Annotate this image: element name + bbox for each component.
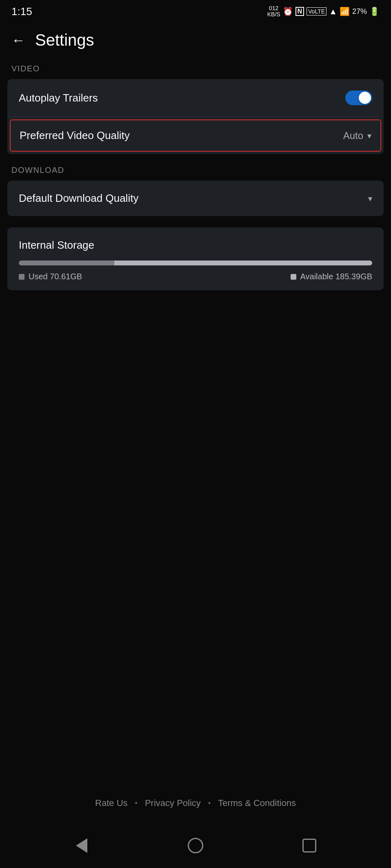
footer-separator-2: • [208,799,211,808]
status-bar: 1:15 012 KB/S ⏰ N VoLTE ▲ 📶 27% 🔋 [0,0,391,21]
chevron-down-icon: ▾ [367,131,371,141]
data-speed: 012 KB/S [267,5,280,18]
download-section-label: DOWNLOAD [0,166,391,181]
status-icons: 012 KB/S ⏰ N VoLTE ▲ 📶 27% 🔋 [267,5,380,18]
storage-label: Internal Storage [19,239,372,252]
internal-storage-card: Internal Storage Used 70.61GB Available … [7,227,384,290]
status-time: 1:15 [11,5,32,18]
navigation-bar [0,823,391,868]
available-dot [291,274,296,280]
settings-header: ← Settings [0,21,391,61]
battery-percent: 27% [352,7,367,16]
privacy-policy-link[interactable]: Privacy Policy [145,798,201,808]
footer-separator-1: • [135,799,138,808]
signal-icon: 📶 [340,7,350,16]
download-quality-label: Default Download Quality [19,192,138,205]
back-triangle-icon [76,838,87,853]
autoplay-trailers-label: Autoplay Trailers [19,92,98,104]
video-section-label: VIDEO [0,64,391,79]
used-dot [19,274,24,280]
nav-back-button[interactable] [73,837,90,854]
battery-icon: 🔋 [369,7,380,16]
video-quality-label: Preferred Video Quality [20,129,130,142]
download-quality-row[interactable]: Default Download Quality ▾ [7,181,384,216]
chevron-down-icon-download: ▾ [368,194,372,203]
storage-legend: Used 70.61GB Available 185.39GB [19,272,372,281]
footer: Rate Us • Privacy Policy • Terms & Condi… [0,791,391,815]
available-storage-legend: Available 185.39GB [291,272,372,281]
video-quality-value: Auto [343,130,363,141]
video-card: Autoplay Trailers Preferred Video Qualit… [7,79,384,154]
available-storage-label: Available 185.39GB [300,272,372,281]
home-circle-icon [188,838,203,853]
used-storage-legend: Used 70.61GB [19,272,82,281]
wifi-icon: ▲ [329,7,337,16]
preferred-video-quality-row[interactable]: Preferred Video Quality Auto ▾ [10,119,381,152]
page-title: Settings [35,31,94,49]
storage-used-bar [19,261,114,265]
used-storage-label: Used 70.61GB [29,272,82,281]
terms-conditions-link[interactable]: Terms & Conditions [218,798,296,808]
nav-recent-button[interactable] [301,837,318,854]
volte-icon: VoLTE [307,7,327,15]
back-button[interactable]: ← [11,32,25,48]
storage-available-bar [114,261,372,265]
nav-home-button[interactable] [187,837,204,854]
recent-square-icon [302,839,316,853]
video-quality-dropdown[interactable]: Auto ▾ [343,130,371,141]
download-quality-dropdown[interactable]: ▾ [368,194,372,203]
rate-us-link[interactable]: Rate Us [95,798,127,808]
download-card: Default Download Quality ▾ [7,181,384,216]
autoplay-toggle[interactable] [345,91,372,105]
toggle-knob [359,92,371,104]
autoplay-trailers-row[interactable]: Autoplay Trailers [7,79,384,117]
alarm-icon: ⏰ [283,7,293,16]
storage-bar [19,261,372,265]
nfc-icon: N [295,7,304,16]
